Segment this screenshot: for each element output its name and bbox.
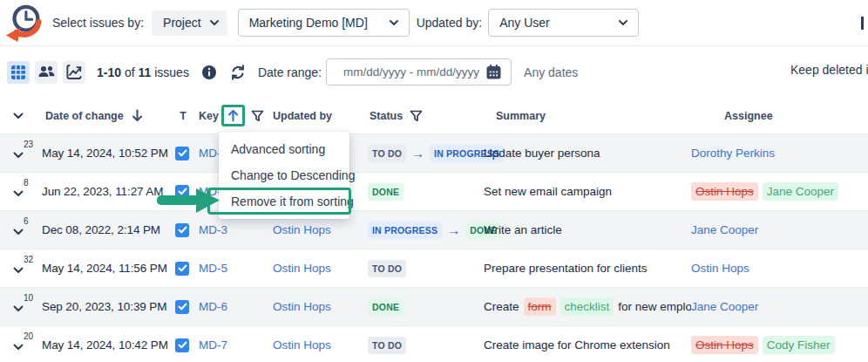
summary-segment: Update buyer persona xyxy=(484,147,600,160)
filter-icon[interactable] xyxy=(251,110,264,122)
summary-segment: Create xyxy=(484,300,519,313)
issue-key-link[interactable]: MD- xyxy=(199,147,221,160)
info-icon xyxy=(201,65,217,80)
status-transition-arrow-icon: → xyxy=(447,222,460,237)
key-cell: MD-6 xyxy=(199,300,273,313)
chevron-down-icon xyxy=(13,344,24,351)
chevron-down-icon xyxy=(619,20,627,25)
table-row: 10Sep 20, 2023, 10:39 PMMD-6Ostin HopsDO… xyxy=(0,287,868,325)
summary-cell: Update buyer persona xyxy=(484,147,691,160)
assignee-cell: Jane Cooper xyxy=(691,300,868,313)
menu-item-remove-it-from-sorting[interactable]: Remove it from sorting xyxy=(219,188,349,215)
row-expander[interactable]: 23 xyxy=(0,134,42,172)
assignee-link[interactable]: Jane Cooper xyxy=(691,300,758,313)
chevron-down-icon xyxy=(13,267,24,274)
status-cell: DONE xyxy=(368,183,484,201)
change-count-badge: 20 xyxy=(24,331,33,341)
column-header-type[interactable]: T xyxy=(173,110,199,122)
assignee-added: Jane Cooper xyxy=(763,182,838,201)
checkmark-icon xyxy=(178,149,187,157)
column-header-date-of-change[interactable]: Date of change xyxy=(42,109,173,122)
summary-cell: Createformchecklistfor new employees xyxy=(484,297,691,316)
date-range-label: Date range: xyxy=(258,65,322,79)
select-issues-by-label: Select issues by: xyxy=(52,16,144,30)
truncated-control-fragment xyxy=(861,17,864,30)
type-cell xyxy=(173,262,199,276)
assignee-added: Cody Fisher xyxy=(763,336,835,354)
change-count-badge: 32 xyxy=(24,255,33,264)
row-checkbox[interactable] xyxy=(175,147,189,161)
issue-key-link[interactable]: MD- xyxy=(199,185,221,198)
row-checkbox[interactable] xyxy=(175,223,189,237)
row-expander[interactable]: 32 xyxy=(0,249,42,287)
status-transition-arrow-icon: → xyxy=(411,146,424,161)
table-row: 8Jun 22, 2023, 11:27 AMMD-DONESet new em… xyxy=(0,172,868,210)
select-by-dropdown[interactable]: Project xyxy=(152,10,227,36)
row-expander[interactable]: 20 xyxy=(0,326,42,362)
issue-key-link[interactable]: MD-7 xyxy=(199,338,227,352)
row-checkbox[interactable] xyxy=(175,185,189,199)
filter-icon[interactable] xyxy=(410,110,423,122)
table-view-button[interactable] xyxy=(7,61,30,84)
issue-key-link[interactable]: MD-6 xyxy=(199,300,227,313)
table-header-row: Date of change T Key Updated by Status xyxy=(0,98,868,133)
row-expander[interactable]: 10 xyxy=(0,288,42,325)
project-select-dropdown[interactable]: Marketing Demo [MD] xyxy=(238,9,410,37)
updated-by-user-dropdown[interactable]: Any User xyxy=(488,9,639,37)
updated-by-link[interactable]: Ostin Hops xyxy=(273,262,331,275)
count-range: 1-10 xyxy=(97,65,121,79)
date-of-change-cell: May 14, 2024, 10:42 PM xyxy=(42,338,173,352)
keep-deleted-label: Keep deleted iss xyxy=(790,63,868,77)
date-range-placeholder: mm/dd/yyyy - mm/dd/yyyy xyxy=(343,65,485,79)
sort-down-icon[interactable] xyxy=(132,109,143,122)
issue-key-link[interactable]: MD-3 xyxy=(199,223,227,236)
column-header-summary[interactable]: Summary xyxy=(484,110,691,122)
status-cell: IN PROGRESS→DONE xyxy=(368,222,484,239)
row-checkbox[interactable] xyxy=(175,300,189,314)
sort-options-menu: Advanced sortingChange to DescendingRemo… xyxy=(219,132,349,219)
issue-key-link[interactable]: MD-5 xyxy=(199,262,227,275)
updated-by-link[interactable]: Ostin Hops xyxy=(273,223,331,236)
summary-segment: checklist xyxy=(560,297,614,316)
checkmark-icon xyxy=(178,303,187,311)
issue-history-app: Select issues by: Project Marketing Demo… xyxy=(0,0,868,362)
change-count-badge: 8 xyxy=(24,178,29,188)
checkmark-icon xyxy=(178,264,187,272)
table-body: 23May 14, 2024, 10:52 PMMD-TO DO→IN PROG… xyxy=(0,133,868,362)
summary-segment: Write an article xyxy=(484,223,562,236)
date-of-change-cell: Sep 20, 2023, 10:39 PM xyxy=(42,300,173,313)
change-count-badge: 6 xyxy=(24,216,29,226)
status-badge: DONE xyxy=(368,298,403,316)
assignee-link[interactable]: Jane Cooper xyxy=(691,223,758,236)
count-issues: issues xyxy=(151,65,189,79)
row-expander[interactable]: 6 xyxy=(0,211,42,249)
assignee-link[interactable]: Ostin Hops xyxy=(691,262,749,275)
people-view-button[interactable] xyxy=(35,61,58,84)
menu-item-change-to-descending[interactable]: Change to Descending xyxy=(219,162,349,188)
date-of-change-header-label: Date of change xyxy=(45,110,124,122)
updated-by-link[interactable]: Ostin Hops xyxy=(273,300,331,313)
column-header-key[interactable]: Key xyxy=(199,105,273,126)
updated-by-link[interactable]: Ostin Hops xyxy=(273,338,331,352)
refresh-button[interactable] xyxy=(229,64,247,81)
sort-up-icon[interactable] xyxy=(227,109,239,122)
row-checkbox[interactable] xyxy=(175,338,189,352)
date-range-input[interactable]: mm/dd/yyyy - mm/dd/yyyy xyxy=(326,58,512,85)
chevron-down-icon xyxy=(13,113,24,120)
menu-item-advanced-sorting[interactable]: Advanced sorting xyxy=(219,136,349,162)
assignee-link[interactable]: Dorothy Perkins xyxy=(691,147,775,160)
row-expander[interactable]: 8 xyxy=(0,173,42,210)
expand-all-toggle[interactable] xyxy=(0,113,42,120)
column-header-assignee[interactable]: Assignee xyxy=(691,110,868,122)
updated-by-cell: Ostin Hops xyxy=(273,262,368,275)
chart-view-button[interactable] xyxy=(63,61,85,84)
type-cell xyxy=(173,185,199,199)
assignee-cell: Dorothy Perkins xyxy=(691,147,868,160)
issue-count: 1-10 of 11 issues xyxy=(97,65,189,79)
calendar-icon[interactable] xyxy=(485,64,502,80)
info-button[interactable] xyxy=(201,65,217,80)
column-header-status[interactable]: Status xyxy=(368,110,484,122)
summary-cell: Set new email campaign xyxy=(484,185,691,198)
row-checkbox[interactable] xyxy=(175,262,189,276)
column-header-updated-by[interactable]: Updated by xyxy=(273,110,368,122)
